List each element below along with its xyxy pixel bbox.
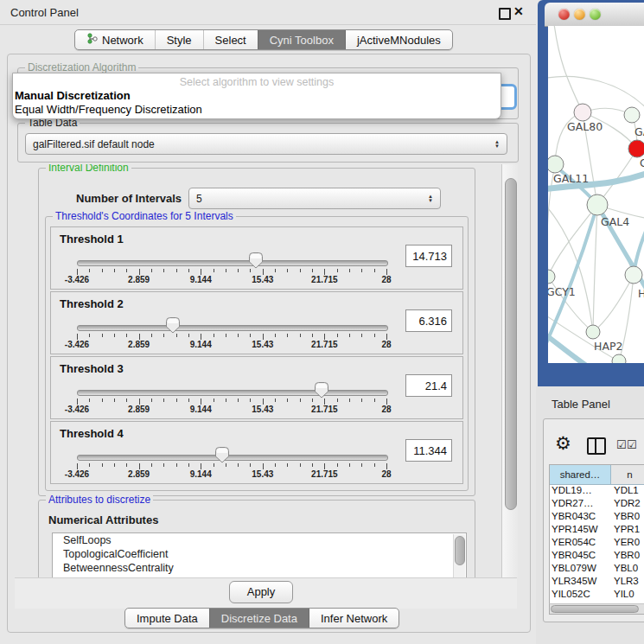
settings-scrollbar[interactable] [501,164,518,577]
network-node-gal80[interactable] [574,104,591,121]
tick-label: 9.144 [190,275,212,284]
network-canvas[interactable]: GAL80GACGAL11GAL4GCY1HHAP2 [548,26,644,363]
node-table[interactable]: shared… n YDL19…YDL1YDR27…YDR2YBR043CYBR… [549,464,644,604]
close-icon[interactable]: ✕ [513,4,524,18]
checkbox-icon[interactable]: ☑ [616,438,627,451]
tab-jactivemnodules[interactable]: jActiveMNodules [345,30,452,49]
column-header-name[interactable]: n [611,465,644,484]
network-node-hap2[interactable] [586,325,600,339]
network-node-gal11[interactable] [548,156,564,173]
numerical-attributes-list[interactable]: SelfLoopsTopologicalCoefficientBetweenne… [52,532,467,577]
node-label: GAL4 [601,215,629,228]
tick-mark [201,463,201,469]
tick-mark [114,334,115,337]
table-row[interactable]: YDL19…YDL1 [550,485,644,498]
zoom-traffic-light-icon[interactable] [590,9,601,20]
table-data-combo-value: galFiltered.sif default node [33,138,155,150]
settings-viewport: Interval Definition Number of Intervals … [14,164,501,577]
float-window-icon[interactable] [499,8,511,20]
num-intervals-label: Number of Intervals [76,192,182,205]
tick-mark [214,269,214,272]
cell-shared-name: YPR145W [550,524,610,537]
apply-button[interactable]: Apply [229,581,293,603]
slider-thumb[interactable] [314,381,329,399]
tick-label: -3.426 [65,275,89,284]
threshold-value-field[interactable]: 11.344 [405,439,452,462]
attribute-item[interactable]: SelfLoops [53,533,466,547]
node-label: GAL11 [553,172,589,185]
thresholds-group-title: Threshold's Coordinates for 5 Intervals [53,210,236,222]
threshold-value-field[interactable]: 14.713 [405,245,452,267]
table-hscrollbar[interactable] [549,603,644,615]
tick-mark [300,269,301,272]
minimize-traffic-light-icon[interactable] [574,9,585,20]
slider-thumb[interactable] [214,446,230,463]
threshold-panel: Threshold 1 -3.4262.8599.14415.4321.7152… [50,226,463,290]
split-columns-icon[interactable] [587,437,606,455]
tick-mark [77,463,78,469]
table-hscrollbar-thumb[interactable] [551,605,639,613]
slider-ticks: -3.4262.8599.14415.4321.71528 [51,357,462,418]
node-label: HAP2 [594,340,622,353]
attribute-item[interactable]: TopologicalCoefficient [53,547,466,561]
checkbox-icon[interactable]: ☑ [627,438,637,451]
table-row[interactable]: YER054CYER0 [550,537,644,550]
list-scrollbar[interactable] [453,534,465,577]
slider-thumb[interactable] [248,252,264,269]
tick-mark [238,269,239,272]
settings-scrollbar-thumb[interactable] [505,178,517,510]
node-label: H [638,287,644,300]
network-node-h[interactable] [625,266,642,284]
tick-mark [151,269,152,272]
tab-discretize-data[interactable]: Discretize Data [209,609,309,628]
popup-item-manual[interactable]: Manual Discretization [15,89,131,102]
table-row[interactable]: YBR045CYBR0 [550,550,644,563]
tab-infer-network[interactable]: Infer Network [309,609,399,628]
table-row[interactable]: YPR145WYPR1 [550,524,644,537]
tick-label: 15.43 [252,275,273,284]
gear-icon[interactable]: ⚙ [555,435,571,452]
network-window-titlebar [545,3,644,27]
num-intervals-combo[interactable]: 5 ▲▼ [188,188,441,209]
attribute-item[interactable]: BetweennessCentrality [53,561,466,575]
tick-mark [300,334,301,337]
close-traffic-light-icon[interactable] [558,9,570,20]
network-node-gcy1[interactable] [548,270,555,284]
table-row[interactable]: YBR043CYBR0 [550,511,644,524]
slider-thumb[interactable] [165,316,181,334]
tick-mark [250,269,251,272]
tab-style[interactable]: Style [155,30,203,49]
network-node[interactable] [612,354,626,363]
tick-mark [176,399,177,402]
threshold-value-field[interactable]: 6.316 [405,309,452,332]
column-header-shared[interactable]: shared… [550,465,611,484]
tick-mark [102,399,103,402]
network-node[interactable] [628,140,644,157]
threshold-value-field[interactable]: 21.4 [405,374,452,397]
network-node[interactable] [624,107,640,123]
tab-select[interactable]: Select [203,30,258,49]
network-node-gal4[interactable] [587,194,608,215]
tick-mark [374,334,375,337]
popup-item-equal-width[interactable]: Equal Width/Frequency Discretization [15,103,202,116]
algorithm-group-title: Discretization Algorithm [25,61,138,73]
table-row[interactable]: YBL079WYBL0 [550,563,644,576]
threshold-panel: Threshold 3 -3.4262.8599.14415.4321.7152… [50,356,463,419]
table-row[interactable]: YDR27…YDR2 [550,498,644,511]
tick-mark [287,269,288,272]
table-panel: Table Panel ⚙ ☑ ☑ shared… n YDL19…YDL1YD… [536,386,644,644]
tick-mark [139,463,140,469]
table-row[interactable]: YIL052CYIL0 [550,589,644,602]
table-row[interactable]: YLR345WYLR3 [550,576,644,589]
tick-mark [201,399,201,405]
cell-shared-name: YBR045C [550,550,610,563]
cell-name: YPR1 [610,524,644,537]
table-data-combo[interactable]: galFiltered.sif default node ▲▼ [25,133,507,155]
tab-impute-data[interactable]: Impute Data [125,609,209,628]
table-rows: YDL19…YDL1YDR27…YDR2YBR043CYBR0YPR145WYP… [550,485,644,602]
tab-cyni-toolbox[interactable]: Cyni Toolbox [258,30,345,49]
tick-mark [287,399,288,402]
tab-network[interactable]: Network [75,30,155,49]
list-scrollbar-thumb[interactable] [455,536,465,565]
tick-label: 21.715 [311,405,338,414]
